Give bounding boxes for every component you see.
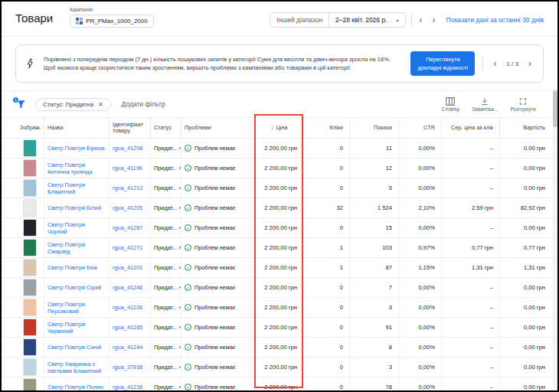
table-row: Светр Повітря Білийrgua_41205Придат...✓П… (2, 198, 557, 218)
problems-value: Проблем немає (195, 364, 235, 371)
next-insight-button[interactable]: › (526, 59, 534, 68)
column-header-cost[interactable]: Вартість (499, 118, 551, 138)
check-circle-icon: ✓ (185, 185, 191, 191)
product-name-link[interactable]: Светр Повітря Сірий (47, 284, 101, 291)
product-name-link[interactable]: Светр Повітря Синій (47, 344, 101, 351)
product-image (23, 279, 37, 296)
insight-bolt-icon (25, 58, 36, 69)
status-cell[interactable]: Придат... (150, 218, 181, 237)
problems-cell: ✓Проблем немає (181, 338, 254, 357)
ctr-cell: 0,00% (398, 218, 441, 237)
status-cell[interactable]: Придат... (150, 338, 181, 357)
problems-value: Проблем немає (195, 384, 235, 390)
column-header-impressions[interactable]: Покази (349, 118, 398, 138)
product-name-link[interactable]: Светр Повітря Бірюза (47, 145, 105, 152)
product-name-link[interactable]: Светр Повітря Білий (47, 204, 101, 211)
download-button[interactable]: Завантаж... (472, 97, 498, 112)
clicks-cell: 0 (303, 139, 349, 158)
product-name-link[interactable]: Светр Повітря Персиковий (47, 301, 106, 315)
product-id-link[interactable]: rgua_37938 (113, 364, 142, 371)
product-id-link[interactable]: rgua_41244 (113, 344, 142, 351)
vertical-scrollbar[interactable] (553, 89, 557, 390)
status-cell[interactable]: Придат... (150, 358, 181, 377)
show-last-30-days-link[interactable]: Показати дані за останні 30 днів (446, 16, 544, 24)
check-circle-icon: ✓ (185, 364, 191, 371)
product-id-link[interactable]: rgua_41238 (113, 384, 142, 390)
product-name-link[interactable]: Светр Повітря Смарагд (47, 241, 106, 255)
price-cell: 2 200,00 грн (254, 218, 303, 237)
status-cell[interactable]: Придат... (150, 158, 181, 178)
table-row: Светр Повітря Бежrgua_41201Придат...✓Про… (2, 258, 557, 278)
column-header-product-id[interactable]: Ідентифікат товару (109, 118, 150, 138)
status-cell[interactable]: Придат... (150, 139, 181, 158)
columns-button[interactable]: Стовпці (442, 97, 459, 112)
product-id-link[interactable]: rgua_41213 (113, 185, 142, 191)
column-header-ctr[interactable]: CTR (398, 118, 441, 138)
product-name-link[interactable]: Светр Повітря Блакитний (47, 181, 106, 195)
product-id-link[interactable]: rgua_41205 (113, 204, 142, 211)
view-details-button[interactable]: Переглянути докладні відомості (410, 51, 475, 76)
status-cell[interactable]: Придат... (150, 278, 181, 297)
app-window: Товари Кампанія PR_PMax_1000_2000 Інший … (0, 0, 559, 392)
remove-filter-icon[interactable]: ✕ (98, 101, 103, 108)
column-header-image[interactable]: Зображ. (17, 118, 44, 138)
add-filter-button[interactable]: Додати фільтр (122, 100, 165, 108)
product-name-link[interactable]: Светр Повітря Антична троянда (47, 162, 106, 175)
prev-date-range-button[interactable]: ‹ (417, 15, 425, 24)
impressions-cell: 15 (349, 218, 398, 237)
status-cell[interactable]: Придат... (150, 377, 181, 392)
campaign-chip[interactable]: PR_PMax_1000_2000 (70, 15, 154, 28)
date-range-control: Інший діапазон 2–28 квіт. 2026 р. ▾ (270, 12, 405, 28)
status-value: Придат... (154, 344, 177, 351)
status-cell[interactable]: Придат... (150, 258, 181, 277)
products-table-card: 1 Статус: Придатна ✕ Додати фільтр Стовп… (2, 90, 557, 392)
product-id-link[interactable]: rgua_41208 (113, 145, 142, 152)
scrollbar-thumb[interactable] (553, 90, 557, 127)
table-row: Светр Повітря Персиковийrgua_41236Придат… (2, 298, 557, 318)
product-id-cell: rgua_41244 (109, 338, 150, 357)
product-name-link[interactable]: Светр Повітря Червоний (47, 321, 106, 335)
expand-button[interactable]: Розгорнути (511, 97, 536, 112)
product-image (23, 239, 37, 256)
prev-insight-button[interactable]: ‹ (491, 59, 499, 68)
status-cell[interactable]: Придат... (150, 238, 181, 257)
product-id-link[interactable]: rgua_41236 (113, 304, 142, 311)
status-cell[interactable]: Придат... (150, 298, 181, 317)
product-id-link[interactable]: rgua_41287 (113, 224, 142, 231)
check-circle-icon: ✓ (185, 304, 191, 311)
column-header-name[interactable]: Назва (44, 118, 109, 138)
product-id-link[interactable]: rgua_41246 (113, 284, 142, 291)
status-cell[interactable]: Придат... (150, 178, 181, 198)
status-cell[interactable]: Придат... (150, 198, 181, 217)
status-value: Придат... (154, 264, 177, 271)
product-name-link[interactable]: Светр Хмаринка з паєтками Блакитний (47, 361, 106, 374)
date-range-dropdown[interactable]: 2–28 квіт. 2026 р. ▾ (329, 13, 404, 27)
product-name-cell: Светр Хмаринка з паєтками Блакитний (44, 358, 109, 377)
impressions-cell: 1 524 (349, 198, 398, 217)
next-date-range-button[interactable]: › (430, 15, 438, 24)
product-id-link[interactable]: rgua_41285 (113, 324, 142, 331)
product-id-link[interactable]: rgua_41271 (113, 244, 142, 251)
product-image (23, 159, 37, 177)
filter-funnel-icon[interactable]: 1 (15, 99, 28, 110)
column-header-problems[interactable]: Проблеми (181, 118, 254, 138)
product-thumbnail-cell (17, 158, 44, 178)
column-header-status[interactable]: Статус (150, 118, 181, 138)
date-range-mode[interactable]: Інший діапазон (270, 13, 329, 27)
product-name-link[interactable]: Светр Повітря Беж (47, 264, 97, 271)
column-header-avg-cpc[interactable]: Сер. ціна за клік (441, 118, 499, 138)
status-filter-chip[interactable]: Статус: Придатна ✕ (35, 98, 111, 111)
product-id-link[interactable]: rgua_41196 (113, 165, 142, 172)
check-circle-icon: ✓ (185, 204, 191, 211)
product-name-cell: Светр Повітря Персиковий (44, 298, 109, 317)
ctr-cell: 0,00% (398, 178, 441, 198)
product-id-cell: rgua_41285 (109, 318, 150, 337)
avg-cpc-cell: – (441, 318, 499, 337)
product-id-link[interactable]: rgua_41201 (113, 264, 142, 271)
status-cell[interactable]: Придат... (150, 318, 181, 337)
product-thumbnail-cell (17, 298, 44, 317)
column-header-price[interactable]: ↓ Ціна (254, 118, 303, 138)
product-name-link[interactable]: Светр Повітря Полин (47, 384, 103, 390)
column-header-clicks[interactable]: Кліки (303, 118, 349, 138)
product-name-link[interactable]: Светр Повітря Чорний (47, 221, 106, 235)
